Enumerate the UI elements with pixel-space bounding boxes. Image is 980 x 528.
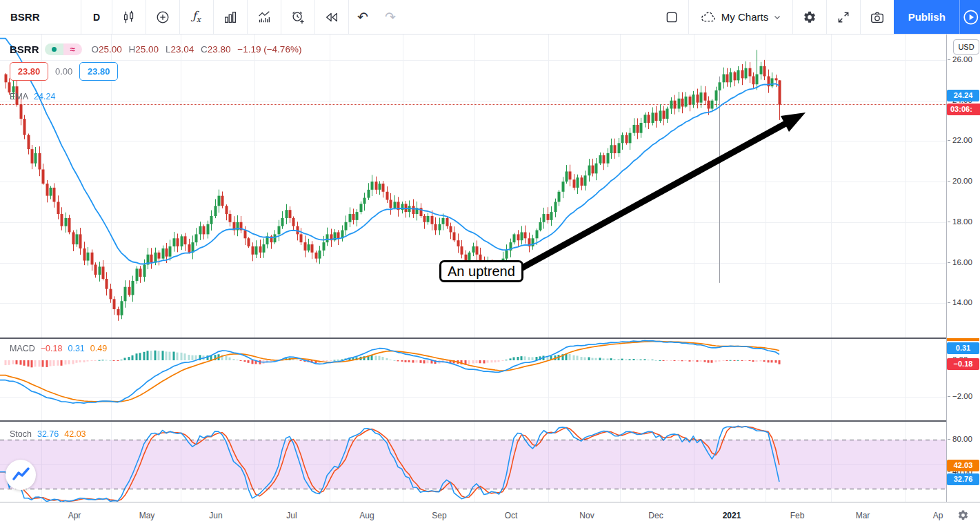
snapshot-button[interactable]: [861, 0, 894, 34]
ema-name: EMA: [10, 92, 28, 101]
pane-separator-stoch[interactable]: [0, 420, 946, 422]
stoch-lower-band-line: [0, 489, 946, 489]
legend-toggles: ≈: [45, 43, 82, 55]
publish-menu-play-icon[interactable]: [962, 8, 980, 26]
redo-button[interactable]: ↷: [377, 0, 404, 34]
symbol-text: BSRR: [10, 11, 40, 23]
axis-tick-label: 26.00: [948, 55, 979, 63]
chart-logo-button[interactable]: [6, 460, 36, 490]
trading-chart-app: An uptrend BSRR ≈ O25.00 H25.00 L23.04 C…: [0, 0, 980, 528]
low-value: 23.04: [170, 44, 194, 55]
ema-price-badge: 24.24: [947, 90, 979, 101]
plus-circle-icon: [155, 10, 170, 25]
macd-line-value: 0.31: [68, 344, 84, 353]
publish-button[interactable]: Publish: [894, 0, 980, 34]
undo-button[interactable]: ↶: [349, 0, 377, 34]
time-axis-label: Jun: [199, 511, 232, 520]
my-charts-button[interactable]: My Charts: [689, 0, 792, 34]
publish-label: Publish: [894, 11, 959, 23]
ohlc-values: O25.00 H25.00 L23.04 C23.80 −1.19 (−4.76…: [88, 44, 302, 55]
ema-value: 24.24: [34, 92, 55, 101]
macd-legend[interactable]: MACD −0.18 0.31 0.49: [10, 344, 107, 353]
cloud-icon: [700, 10, 717, 24]
stoch-d-value: 42.03: [64, 429, 86, 439]
stoch-upper-band-line: [0, 440, 946, 440]
time-axis-label: 2021: [715, 511, 748, 520]
rewind-icon: [324, 10, 339, 25]
symbol-search-button[interactable]: BSRR: [0, 0, 81, 34]
stoch-k-value: 32.76: [37, 429, 59, 439]
camera-icon: [870, 10, 885, 25]
my-charts-label: My Charts: [721, 11, 768, 23]
uptrend-annotation[interactable]: An uptrend: [439, 260, 523, 282]
gear-icon: [803, 10, 817, 24]
axis-tick-label: 22.00: [948, 136, 979, 144]
high-value: 25.00: [135, 44, 159, 55]
high-label: H: [129, 44, 136, 55]
eye-dot-icon: [52, 47, 57, 52]
sell-button[interactable]: 23.80: [10, 62, 48, 81]
interval-text: D: [93, 12, 100, 23]
axis-tick-label: 20.00: [948, 177, 979, 185]
fullscreen-arrows-icon: [837, 10, 850, 24]
open-value: 25.00: [99, 44, 122, 55]
forecast-patterns-button[interactable]: [248, 0, 281, 34]
legend-symbol[interactable]: BSRR: [10, 43, 39, 55]
undo-arrow-icon: ↶: [357, 9, 368, 25]
time-axis-settings-gear-icon[interactable]: [957, 509, 969, 524]
change-value: −1.19: [237, 44, 261, 55]
axis-tick-label: 18.00: [948, 217, 979, 226]
stoch-d-badge: 42.03: [947, 460, 979, 471]
fullscreen-button[interactable]: [827, 0, 860, 34]
time-axis-label: Aug: [350, 511, 383, 520]
time-axis-label: Mar: [846, 511, 879, 520]
top-toolbar: BSRR D ƒx: [0, 0, 980, 35]
axis-tick-label: 14.00: [948, 298, 979, 306]
order-panel: 23.80 0.00 23.80: [10, 62, 118, 81]
indicator-templates-button[interactable]: [214, 0, 247, 34]
time-axis-label: Oct: [494, 511, 528, 520]
currency-button[interactable]: USD: [953, 39, 979, 55]
countdown-badge: 03:06:: [947, 104, 980, 115]
chart-settings-button[interactable]: [793, 0, 826, 34]
macd-signal-badge-clipped: [947, 338, 979, 341]
close-value: 23.80: [208, 44, 231, 55]
column-chart-icon: [223, 10, 238, 25]
fx-icon: ƒx: [192, 9, 201, 24]
redo-arrow-icon: ↷: [385, 9, 396, 25]
change-percent: (−4.76%): [263, 44, 301, 55]
indicators-button[interactable]: ƒx: [180, 0, 213, 34]
interval-button[interactable]: D: [81, 0, 112, 34]
time-axis-label: Ap: [921, 511, 954, 520]
macd-title: MACD: [10, 344, 35, 353]
zigzag-bars-icon: [257, 10, 272, 25]
chart-style-button[interactable]: [112, 0, 146, 34]
pane-separator-macd[interactable]: [0, 338, 946, 339]
axis-tick-label: 80.00: [948, 435, 979, 443]
axis-tick-label: −2.00: [948, 392, 979, 400]
price-legend: BSRR ≈ O25.00 H25.00 L23.04 C23.80 −1.19…: [10, 42, 301, 56]
publish-divider: [959, 0, 960, 34]
bar-replay-button[interactable]: [315, 0, 348, 34]
time-axis-label: May: [130, 511, 163, 520]
buy-button[interactable]: 23.80: [79, 62, 118, 81]
macd-signal-value: 0.49: [90, 344, 107, 353]
toolbar-right-group: My Charts: [655, 0, 980, 34]
stoch-legend[interactable]: Stoch 32.76 42.03: [10, 429, 86, 439]
time-axis-label: Dec: [639, 511, 672, 520]
stoch-k-badge: 32.76: [947, 473, 979, 485]
compare-add-symbol-button[interactable]: [146, 0, 179, 34]
approx-toggle[interactable]: ≈: [63, 43, 82, 55]
blue-wave-logo-icon: [6, 460, 36, 490]
layout-select-button[interactable]: [655, 0, 688, 34]
visibility-toggle[interactable]: [45, 43, 63, 55]
close-label: C: [201, 44, 208, 55]
create-alert-button[interactable]: [281, 0, 314, 34]
open-label: O: [92, 44, 99, 55]
stoch-title: Stoch: [10, 429, 32, 439]
ema-legend[interactable]: EMA 24.24: [10, 92, 55, 101]
time-axis-label: Apr: [58, 511, 91, 520]
macd-histogram-badge: −0.18: [947, 358, 979, 370]
chevron-down-icon: [773, 13, 781, 21]
time-axis-label: Sep: [423, 511, 456, 520]
